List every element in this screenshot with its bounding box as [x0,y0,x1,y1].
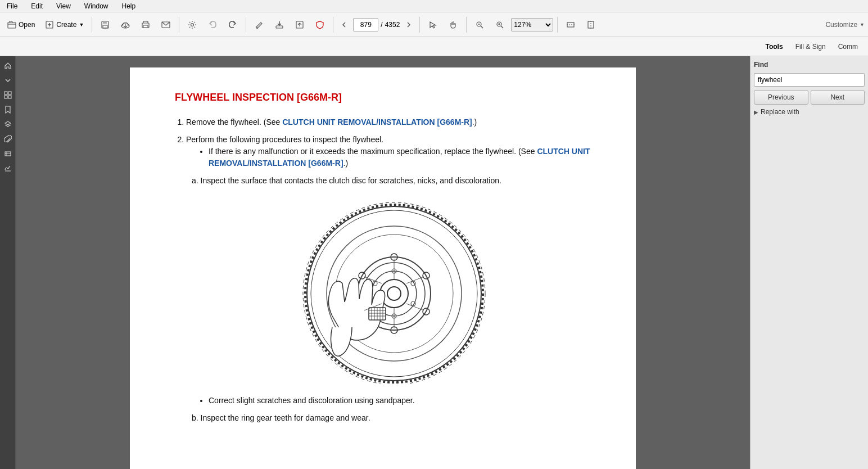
bullet-2-text: Correct slight scratches and discolorati… [209,396,415,405]
separator-2 [179,17,179,33]
bullet-list-1: If there is any malfunction or it exceed… [209,146,602,169]
menu-edit[interactable]: Edit [29,1,45,11]
pan-tool-button[interactable] [444,16,462,34]
redo-button[interactable] [224,16,242,34]
select-tool-button[interactable] [424,16,442,34]
find-buttons: Previous Next [754,90,865,105]
svg-rect-27 [588,21,594,28]
svg-rect-25 [567,22,574,27]
open-button[interactable]: Open [3,16,39,34]
undo-button[interactable] [204,16,221,34]
comm-tab[interactable]: Comm [833,40,864,53]
secondary-toolbar: Tools Fill & Sign Comm [0,37,868,56]
zoom-select[interactable]: 127% 100% 75% 150% [511,18,553,31]
svg-point-12 [191,23,194,26]
page-separator: / [381,21,382,29]
prev-page-button[interactable] [337,18,351,31]
find-panel: Find Previous Next ▶ Replace with [750,56,868,469]
settings-button[interactable] [183,16,201,34]
separator-3 [246,17,246,33]
step-a: a. Inspect the surface that contacts the… [192,175,602,187]
pdf-panel: FLYWHEEL INSPECTION [G66M-R] Remove the … [16,56,750,469]
protect-button[interactable] [311,16,329,34]
svg-rect-14 [276,26,283,28]
compress-button[interactable] [291,16,309,34]
fit-page-button[interactable] [582,16,600,34]
zoom-in-button[interactable] [491,16,509,34]
step-b: b. Inspect the ring gear teeth for damag… [192,412,602,424]
zoom-out-button[interactable] [471,16,489,34]
create-button[interactable]: Create ▼ [41,16,88,34]
replace-label: Replace with [761,108,799,116]
svg-point-46 [387,287,401,300]
page-navigation: / 4352 [337,18,415,31]
replace-arrow-icon: ▶ [754,109,758,115]
edit-pdf-button[interactable] [250,16,268,34]
svg-rect-31 [4,96,7,98]
sidebar-icon-arrow-down[interactable] [2,74,14,87]
sidebar-icon-layers2[interactable] [2,147,14,160]
step-1: Remove the flywheel. (See CLUTCH UNIT RE… [186,116,602,128]
next-button[interactable]: Next [811,90,865,105]
sidebar-icon-bookmarks[interactable] [2,103,14,116]
cloud-save-button[interactable] [116,16,134,34]
svg-line-20 [481,26,483,28]
bullet-list-2: Correct slight scratches and discolorati… [209,395,602,407]
separator-7 [557,17,558,33]
sidebar-icon-home[interactable] [2,60,14,72]
separator-5 [419,17,420,33]
menu-window[interactable]: Window [82,1,111,11]
step-1-text: Remove the flywheel. (See [186,118,282,127]
find-input[interactable] [754,73,865,87]
previous-button[interactable]: Previous [754,90,808,105]
sidebar-icon-layers[interactable] [2,118,14,130]
separator-6 [466,17,467,33]
page-title: FLYWHEEL INSPECTION [G66M-R] [175,90,602,105]
replace-row[interactable]: ▶ Replace with [754,108,865,116]
svg-rect-0 [8,22,16,28]
toolbar: Open Create ▼ [0,12,868,37]
page-number-input[interactable] [353,18,378,31]
sidebar-icon-sign[interactable] [2,162,14,174]
menu-bar: File Edit View Window Help [0,0,868,12]
fill-sign-tab[interactable]: Fill & Sign [790,40,831,53]
bullet-1-end: .) [343,159,349,168]
svg-rect-30 [8,92,11,94]
step-2: Perform the following procedures to insp… [186,134,602,424]
email-button[interactable] [157,16,175,34]
find-title: Find [754,60,865,70]
steps-list: Remove the flywheel. (See CLUTCH UNIT RE… [186,116,602,424]
fit-width-button[interactable] [562,16,580,34]
menu-file[interactable]: File [4,1,20,11]
export-button[interactable] [270,16,288,34]
main-area: FLYWHEEL INSPECTION [G66M-R] Remove the … [0,56,868,469]
flywheel-illustration [186,198,602,384]
print-button[interactable] [137,16,155,34]
svg-rect-10 [143,25,148,28]
menu-help[interactable]: Help [120,1,138,11]
menu-view[interactable]: View [54,1,73,11]
separator-1 [92,17,92,33]
svg-rect-29 [4,92,7,94]
svg-line-24 [501,26,503,28]
sidebar-icon-thumbnails[interactable] [2,89,14,101]
next-page-button[interactable] [402,18,415,31]
save-button[interactable] [96,16,114,34]
svg-rect-5 [103,21,107,24]
left-sidebar [0,56,16,469]
customize-label[interactable]: Customize [825,21,857,29]
step-2-text: Perform the following procedures to insp… [186,135,383,144]
sidebar-icon-attach[interactable] [2,133,14,145]
page-total: 4352 [385,21,400,29]
open-label: Open [19,21,35,29]
tools-tab[interactable]: Tools [760,40,789,53]
separator-4 [333,17,333,33]
page-content: FLYWHEEL INSPECTION [G66M-R] Remove the … [130,67,636,469]
create-dropdown-icon: ▼ [79,22,84,28]
step-1-end: .) [472,118,477,127]
bullet-1-text: If there is any malfunction or it exceed… [209,147,537,156]
customize-dropdown-icon: ▼ [860,22,865,28]
bullet-2: Correct slight scratches and discolorati… [209,395,602,407]
bullet-1: If there is any malfunction or it exceed… [209,146,602,169]
step-1-link[interactable]: CLUTCH UNIT REMOVAL/INSTALLATION [G66M-R… [282,118,472,127]
